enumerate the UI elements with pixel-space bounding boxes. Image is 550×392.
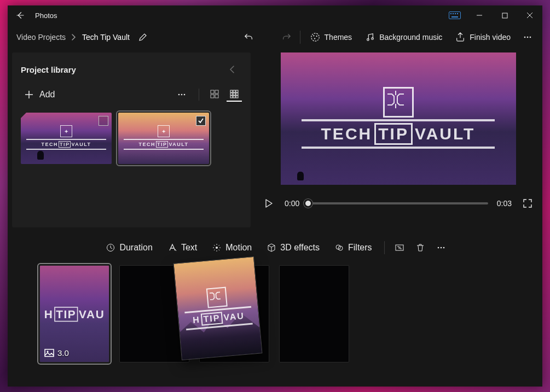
video-preview[interactable]: TECHTIPVAULT (281, 52, 516, 185)
bgmusic-label: Background music (379, 33, 442, 42)
view-toggle (207, 87, 242, 102)
fullscreen-icon (523, 198, 532, 208)
svg-point-12 (372, 38, 374, 40)
clock-icon (106, 243, 115, 252)
text-button[interactable]: Text (161, 239, 204, 256)
close-button[interactable] (517, 5, 542, 25)
themes-label: Themes (325, 33, 352, 42)
more-button[interactable] (517, 26, 538, 48)
background-music-button[interactable]: Background music (358, 26, 449, 48)
chevron-left-icon (228, 65, 238, 74)
svg-rect-30 (233, 96, 235, 98)
more-horizontal-icon (523, 32, 532, 42)
storyboard-clip-4[interactable] (279, 265, 349, 362)
svg-rect-27 (233, 93, 235, 95)
maximize-button[interactable] (492, 5, 517, 25)
current-time: 0:00 (285, 199, 299, 208)
svg-rect-20 (215, 90, 218, 93)
library-more-button[interactable] (172, 86, 191, 103)
duration-button[interactable]: Duration (100, 239, 159, 256)
selection-checkbox[interactable] (99, 116, 108, 126)
on-screen-keyboard-icon[interactable] (443, 5, 467, 25)
svg-rect-5 (451, 16, 458, 17)
library-item-sunset[interactable]: ✦ TECHTIPVAULT (118, 113, 209, 164)
svg-point-33 (216, 247, 218, 249)
collapse-library-button[interactable] (223, 62, 242, 77)
svg-rect-21 (211, 95, 214, 98)
text-icon (168, 243, 177, 252)
play-button[interactable] (262, 196, 276, 211)
grid-small-button[interactable] (227, 87, 242, 102)
motion-icon (212, 243, 221, 252)
svg-point-8 (313, 35, 314, 36)
filters-label: Filters (348, 243, 372, 253)
finish-label: Finish video (470, 33, 511, 42)
delete-clip-button[interactable] (411, 239, 430, 256)
selection-checkbox-checked[interactable] (196, 116, 206, 126)
back-arrow-icon (15, 10, 25, 20)
svg-rect-29 (230, 96, 233, 98)
svg-point-15 (530, 37, 531, 38)
storyboard-clip-1[interactable]: HTIPVAU 3.0 (39, 265, 109, 362)
seek-slider[interactable] (308, 202, 488, 204)
more-horizontal-icon (177, 90, 187, 100)
grid-3x3-icon (230, 90, 239, 98)
svg-point-9 (316, 36, 317, 37)
filters-button[interactable]: Filters (328, 239, 379, 256)
rename-project-button[interactable] (133, 30, 153, 45)
redo-button[interactable] (276, 26, 297, 48)
svg-rect-2 (453, 13, 454, 14)
project-library-panel: Project library Add (12, 52, 251, 227)
grid-large-button[interactable] (207, 87, 222, 102)
motion-label: Motion (225, 243, 252, 253)
svg-point-39 (443, 247, 444, 249)
filters-icon (335, 243, 344, 252)
main-area: Project library Add (8, 49, 542, 231)
svg-rect-19 (211, 90, 214, 93)
circuit-icon (385, 89, 407, 110)
add-label: Add (39, 90, 55, 100)
grid-2x2-icon (210, 90, 219, 98)
svg-rect-24 (233, 90, 235, 92)
pencil-icon (138, 33, 147, 42)
3d-effects-button[interactable]: 3D effects (260, 239, 326, 256)
dragging-clip[interactable]: HTIPVAU (173, 256, 263, 360)
svg-point-13 (524, 37, 526, 38)
svg-rect-0 (449, 12, 461, 19)
palette-icon (310, 32, 320, 42)
motion-button[interactable]: Motion (206, 239, 258, 256)
library-item-night[interactable]: ✦ TECHTIPVAULT (21, 113, 112, 164)
add-media-button[interactable]: Add (21, 86, 58, 103)
seek-handle[interactable] (304, 199, 312, 208)
logo-overlay: TECHTIPVAULT (281, 52, 516, 185)
svg-point-11 (367, 39, 369, 41)
photos-video-editor-window: Photos Video Projects Tech Tip Vault (8, 5, 542, 387)
svg-rect-22 (215, 95, 218, 98)
themes-button[interactable]: Themes (304, 26, 359, 48)
chevron-right-icon (68, 33, 79, 42)
storyboard[interactable]: HTIPVAU 3.0 HTIPVAU (8, 260, 542, 387)
svg-rect-36 (396, 245, 403, 250)
library-thumbnails: ✦ TECHTIPVAULT ✦ TECHTIPVAULT (21, 113, 242, 164)
app-title: Photos (33, 11, 57, 20)
clip-toolbar: Duration Text Motion 3D effects Filters (8, 236, 542, 260)
trash-icon (415, 243, 425, 253)
titlebar: Photos (8, 5, 542, 25)
undo-button[interactable] (239, 26, 259, 48)
resize-button[interactable] (390, 239, 409, 256)
svg-point-37 (437, 247, 439, 249)
clip-more-button[interactable] (432, 239, 450, 256)
svg-point-18 (184, 94, 186, 96)
logo-overlay: HTIPVAU (174, 257, 262, 360)
back-button[interactable] (8, 5, 33, 25)
fullscreen-button[interactable] (520, 196, 535, 210)
duration-label: Duration (119, 243, 152, 253)
svg-rect-28 (236, 93, 238, 95)
minimize-button[interactable] (467, 5, 492, 25)
breadcrumb-root[interactable]: Video Projects (14, 30, 68, 45)
finish-video-button[interactable]: Finish video (449, 26, 517, 48)
svg-rect-6 (502, 13, 507, 18)
svg-point-7 (311, 33, 319, 41)
play-icon (265, 199, 273, 208)
project-name[interactable]: Tech Tip Vault (79, 30, 133, 45)
